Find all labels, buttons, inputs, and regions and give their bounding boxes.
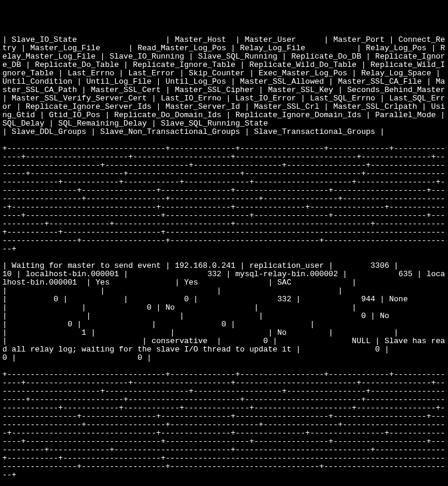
slave-status-header: | Slave_IO_State | Master_Host | Master_… (2, 36, 448, 136)
separator-top: +----------------------------------+----… (2, 145, 448, 253)
separator-bottom: +----------------------------------+----… (2, 371, 448, 479)
slave-status-row: | Waiting for master to send event | 192… (2, 262, 448, 362)
